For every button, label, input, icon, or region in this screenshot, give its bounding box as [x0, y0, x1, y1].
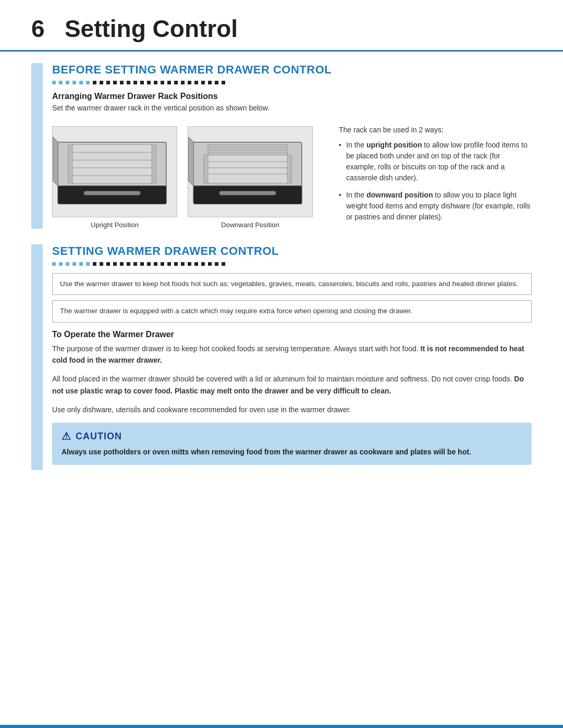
dot2-main-3: [106, 262, 110, 266]
notice-box-1: Use the warmer drawer to keep hot foods …: [52, 273, 532, 295]
dot-main-10: [154, 81, 157, 84]
dot2-main-17: [201, 262, 205, 266]
dot-main-3: [106, 81, 110, 84]
svg-rect-21: [287, 155, 291, 183]
dot2-main-14: [181, 262, 185, 266]
dot-main-9: [147, 81, 151, 84]
dot2-accent-5: [79, 262, 83, 266]
dot-main-17: [201, 81, 205, 84]
dot2-main-2: [100, 262, 103, 266]
downward-position-image: [188, 126, 313, 217]
dot2-main-1: [93, 262, 96, 266]
page-header: 6 Setting Control: [0, 0, 563, 52]
caution-text: Always use potholders or oven mitts when…: [62, 447, 522, 458]
chapter-num: 6: [31, 15, 45, 42]
upright-drawer-svg: [53, 127, 177, 217]
svg-rect-15: [219, 191, 276, 195]
operate-heading: To Operate the Warmer Drawer: [52, 330, 532, 339]
dot2-accent-6: [86, 262, 90, 266]
rack-bullet-1: In the upright position to allow low pro…: [339, 140, 532, 183]
section1-wrapper: Before Setting Warmer Drawer Control: [31, 63, 532, 229]
dot-accent-5: [79, 81, 83, 84]
dot2-main-7: [133, 262, 137, 266]
svg-rect-20: [204, 155, 208, 183]
dot-main-20: [222, 81, 225, 84]
caution-box: ⚠ Caution Always use potholders or oven …: [52, 423, 532, 465]
downward-drawer-svg: [188, 127, 312, 217]
notice-box-2: The warmer drawer is equipped with a cat…: [52, 300, 532, 322]
dot-main-4: [113, 81, 117, 84]
dot2-main-8: [140, 262, 144, 266]
dots-row-2: [52, 262, 532, 266]
rack-bullets-list: In the upright position to allow low pro…: [339, 140, 532, 223]
dot-main-6: [127, 81, 130, 84]
dot-main-11: [161, 81, 164, 84]
downward-label: Downward Position: [221, 221, 279, 229]
drawer-images-row: Upright Position: [52, 119, 532, 229]
dot-main-16: [194, 81, 198, 84]
dot-main-13: [174, 81, 178, 84]
dot2-main-10: [154, 262, 157, 266]
dot2-main-18: [208, 262, 212, 266]
dot2-main-15: [188, 262, 191, 266]
operate-text-2: All food placed in the warmer drawer sho…: [52, 373, 532, 397]
svg-marker-26: [188, 137, 193, 186]
dot-accent-1: [52, 81, 56, 84]
dot2-accent-1: [52, 262, 56, 266]
dot-accent-6: [86, 81, 90, 84]
section1-heading: Before Setting Warmer Drawer Control: [52, 63, 532, 77]
svg-marker-10: [53, 137, 58, 186]
dot2-main-4: [113, 262, 117, 266]
dot2-main-12: [167, 262, 171, 266]
dot-main-18: [208, 81, 212, 84]
dot2-main-19: [215, 262, 218, 266]
chapter-name: Setting Control: [65, 15, 238, 42]
section1-body: Before Setting Warmer Drawer Control: [43, 63, 532, 229]
dot2-main-16: [194, 262, 198, 266]
dot2-main-6: [127, 262, 130, 266]
dot-main-12: [167, 81, 171, 84]
dot-main-19: [215, 81, 218, 84]
main-content: Before Setting Warmer Drawer Control: [0, 52, 563, 470]
svg-rect-2: [84, 191, 141, 195]
rack-bullet-2: In the downward position to allow you to…: [339, 190, 532, 223]
rack-info-col: The rack can be used in 2 ways: In the u…: [323, 119, 532, 229]
dot-main-2: [100, 81, 103, 84]
svg-rect-9: [152, 145, 156, 183]
section2-body: Setting Warmer Drawer Control: [43, 244, 532, 470]
dot2-main-11: [161, 262, 164, 266]
dot-accent-4: [72, 81, 76, 84]
operate-text-1: The purpose of the warmer drawer is to k…: [52, 343, 532, 366]
downward-position-col: Downward Position: [188, 126, 313, 229]
dot-main-7: [133, 81, 137, 84]
dot-accent-3: [66, 81, 69, 84]
dot2-main-20: [222, 262, 225, 266]
caution-title: ⚠ Caution: [62, 430, 522, 442]
dot2-accent-3: [66, 262, 69, 266]
bottom-line: [0, 725, 563, 728]
dot-main-14: [181, 81, 185, 84]
left-accent-2: [31, 244, 43, 470]
dot2-accent-2: [59, 262, 63, 266]
dot2-accent-4: [72, 262, 76, 266]
section2-wrapper: Setting Warmer Drawer Control: [31, 244, 532, 470]
upright-position-image: [52, 126, 177, 217]
dot-main-8: [140, 81, 144, 84]
dot-main-1: [93, 81, 96, 84]
dot-main-15: [188, 81, 191, 84]
upright-label: Upright Position: [91, 221, 139, 229]
upright-position-col: Upright Position: [52, 126, 177, 229]
svg-rect-8: [68, 145, 72, 183]
sub-text-1: Set the warmer drawer rack in the vertic…: [52, 104, 532, 112]
left-accent-1: [31, 63, 43, 229]
caution-icon: ⚠: [62, 430, 71, 442]
section2-heading: Setting Warmer Drawer Control: [52, 244, 532, 258]
rack-intro: The rack can be used in 2 ways:: [339, 125, 532, 135]
dots-row-1: [52, 81, 532, 84]
dot2-main-5: [120, 262, 124, 266]
sub-heading-1: Arranging Warmer Drawer Rack Positions: [52, 92, 532, 101]
dot2-main-9: [147, 262, 151, 266]
operate-text-3: Use only dishware, utensils and cookware…: [52, 404, 532, 415]
dot2-main-13: [174, 262, 178, 266]
chapter-title: 6 Setting Control: [31, 15, 238, 42]
